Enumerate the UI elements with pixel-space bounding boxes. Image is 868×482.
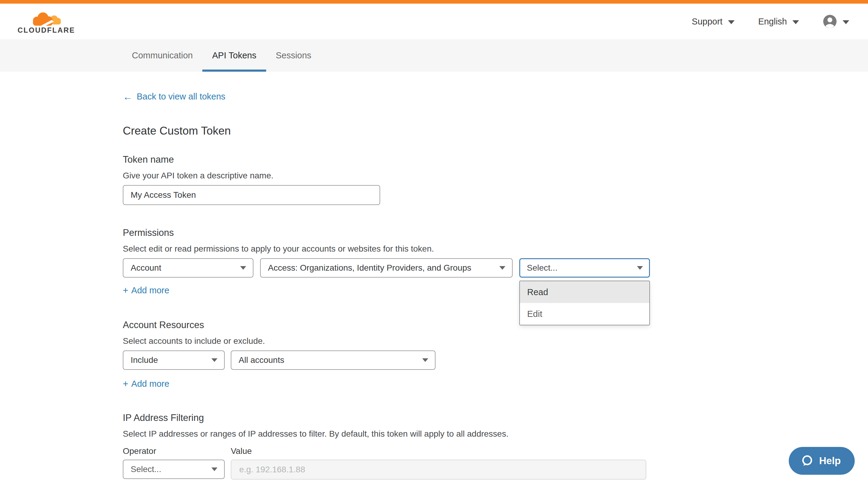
language-menu[interactable]: English <box>758 17 799 27</box>
caret-down-icon <box>843 20 849 24</box>
permission-level-value: Select... <box>527 263 557 273</box>
cloudflare-cloud-icon <box>29 11 63 26</box>
permission-group-select[interactable]: Access: Organizations, Identity Provider… <box>260 258 513 278</box>
header-menus: Support English <box>692 14 849 29</box>
create-token-form: ← Back to view all tokens Create Custom … <box>0 72 868 480</box>
token-name-heading: Token name <box>123 154 850 165</box>
account-scope-select[interactable]: All accounts <box>231 350 435 370</box>
help-label: Help <box>819 455 841 467</box>
language-label: English <box>758 17 787 27</box>
add-more-label: Add more <box>131 285 169 295</box>
permission-level-select[interactable]: Select... Read Edit <box>519 258 650 278</box>
back-link-label: Back to view all tokens <box>137 92 225 102</box>
support-menu[interactable]: Support <box>692 17 735 27</box>
account-resources-heading: Account Resources <box>123 320 850 330</box>
tab-communication[interactable]: Communication <box>122 39 202 72</box>
arrow-left-icon: ← <box>123 92 132 102</box>
page: CLOUDFLARE Support English Com <box>0 0 868 480</box>
caret-down-icon <box>211 468 217 471</box>
add-more-label: Add more <box>131 379 169 389</box>
caret-down-icon <box>637 266 643 270</box>
user-avatar-icon <box>823 14 837 29</box>
tab-label: Sessions <box>276 51 311 61</box>
permissions-description: Select edit or read permissions to apply… <box>123 243 850 255</box>
ip-filtering-row: Select... <box>123 460 850 480</box>
caret-down-icon <box>422 358 428 362</box>
account-resources-add-more-link[interactable]: + Add more <box>123 379 169 389</box>
ip-filtering-labels: Operator Value <box>123 446 850 456</box>
header: CLOUDFLARE Support English <box>0 4 868 39</box>
tab-label: API Tokens <box>212 51 256 61</box>
page-title: Create Custom Token <box>123 125 850 137</box>
profile-tabbar: Communication API Tokens Sessions <box>0 39 868 72</box>
permission-group-value: Access: Organizations, Identity Provider… <box>268 263 471 273</box>
menu-option-read[interactable]: Read <box>520 281 649 303</box>
ip-filtering-heading: IP Address Filtering <box>123 413 850 423</box>
ip-filtering-description: Select IP addresses or ranges of IP addr… <box>123 428 850 440</box>
caret-down-icon <box>499 266 505 270</box>
permissions-row: Account Access: Organizations, Identity … <box>123 258 850 278</box>
plus-icon: + <box>123 379 128 389</box>
cloudflare-wordmark: CLOUDFLARE <box>18 27 75 34</box>
plus-icon: + <box>123 286 128 295</box>
brand-accent-bar <box>0 0 868 4</box>
permission-scope-select[interactable]: Account <box>123 258 253 278</box>
token-name-description: Give your API token a descriptive name. <box>123 170 850 182</box>
caret-down-icon <box>211 358 217 362</box>
back-link[interactable]: ← Back to view all tokens <box>123 92 225 102</box>
menu-option-edit[interactable]: Edit <box>520 303 649 325</box>
account-resources-description: Select accounts to include or exclude. <box>123 335 850 347</box>
tab-api-tokens[interactable]: API Tokens <box>202 39 266 72</box>
permissions-add-more-link[interactable]: + Add more <box>123 285 169 295</box>
cloudflare-logo[interactable]: CLOUDFLARE <box>18 11 75 34</box>
account-mode-value: Include <box>131 355 158 365</box>
caret-down-icon <box>240 266 246 270</box>
account-mode-select[interactable]: Include <box>123 350 225 370</box>
permission-level-menu: Read Edit <box>519 281 650 325</box>
tab-sessions[interactable]: Sessions <box>266 39 321 72</box>
tab-label: Communication <box>132 51 193 61</box>
ip-operator-value: Select... <box>131 464 161 474</box>
ip-value-input[interactable] <box>231 460 646 480</box>
account-menu[interactable] <box>823 14 849 29</box>
caret-down-icon <box>793 20 799 24</box>
token-name-input[interactable] <box>123 185 380 205</box>
support-label: Support <box>692 17 722 27</box>
account-scope-value: All accounts <box>239 355 284 365</box>
ip-operator-select[interactable]: Select... <box>123 460 225 479</box>
chat-bubble-icon <box>800 454 813 468</box>
permission-scope-value: Account <box>131 263 161 273</box>
account-resources-row: Include All accounts <box>123 350 850 370</box>
caret-down-icon <box>728 20 735 24</box>
help-button[interactable]: Help <box>789 447 855 475</box>
permissions-heading: Permissions <box>123 227 850 238</box>
operator-label: Operator <box>123 446 231 456</box>
value-label: Value <box>231 446 252 456</box>
